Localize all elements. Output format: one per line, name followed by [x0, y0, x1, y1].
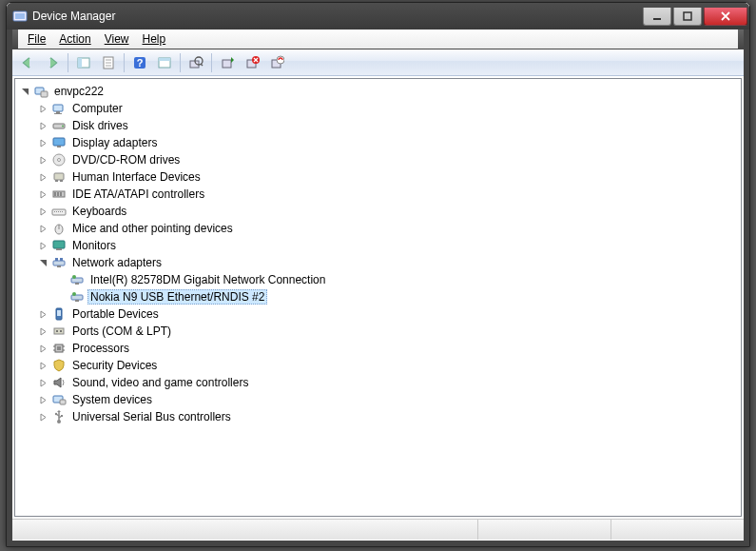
svg-rect-64 — [54, 328, 64, 334]
toolbar-separator — [68, 53, 68, 72]
tree-node[interactable]: Ports (COM & LPT) — [37, 323, 741, 340]
titlebar[interactable]: Device Manager — [7, 3, 749, 30]
expand-icon[interactable] — [37, 308, 49, 321]
svg-rect-68 — [57, 346, 61, 350]
tree-leaf[interactable]: Nokia N9 USB Ethernet/RNDIS #2 — [55, 288, 741, 305]
svg-rect-78 — [61, 415, 63, 417]
tree-node[interactable]: Sound, video and game controllers — [37, 374, 741, 391]
expand-icon[interactable] — [37, 154, 49, 167]
mouse-icon — [50, 221, 68, 236]
network-adapter-icon — [68, 272, 86, 287]
update-driver-button[interactable] — [216, 51, 239, 74]
expand-icon[interactable] — [37, 240, 49, 252]
expand-icon[interactable] — [37, 188, 49, 201]
tree-node-label: System devices — [69, 392, 155, 407]
expand-icon[interactable] — [37, 377, 49, 389]
svg-point-60 — [72, 292, 76, 296]
collapse-icon[interactable] — [37, 257, 49, 269]
svg-rect-27 — [56, 111, 60, 113]
tree-node[interactable]: Security Devices — [37, 357, 741, 374]
properties-button[interactable] — [97, 51, 120, 74]
forward-button[interactable] — [41, 51, 64, 74]
menu-file[interactable]: File — [21, 30, 52, 48]
tree-node-label: Sound, video and game controllers — [69, 375, 251, 390]
close-button[interactable] — [704, 8, 747, 26]
svg-rect-74 — [60, 400, 66, 404]
tree-node-label: DVD/CD-ROM drives — [69, 152, 183, 167]
back-button[interactable] — [16, 51, 39, 74]
svg-point-66 — [60, 330, 62, 332]
tree-node[interactable]: IDE ATA/ATAPI controllers — [37, 186, 741, 203]
show-hide-tree-button[interactable] — [72, 51, 95, 74]
disk-icon — [50, 118, 68, 133]
svg-rect-54 — [60, 258, 63, 261]
svg-rect-43 — [54, 211, 55, 212]
hid-icon — [50, 169, 68, 185]
expand-icon[interactable] — [37, 411, 49, 423]
tree-node-label: Mice and other pointing devices — [69, 221, 236, 236]
menu-action[interactable]: Action — [52, 30, 97, 48]
display-icon — [50, 135, 68, 150]
uninstall-button[interactable] — [241, 51, 263, 74]
maximize-button[interactable] — [673, 8, 702, 26]
dvd-icon — [50, 152, 68, 167]
collapse-icon[interactable] — [19, 86, 31, 98]
tree-node[interactable]: Human Interface Devices — [37, 168, 741, 186]
expand-icon[interactable] — [37, 394, 49, 406]
svg-rect-28 — [54, 113, 62, 114]
svg-rect-40 — [57, 192, 59, 196]
svg-line-16 — [201, 64, 203, 66]
svg-rect-46 — [60, 211, 61, 212]
tree-leaf[interactable]: Intel(R) 82578DM Gigabit Network Connect… — [55, 271, 741, 288]
scan-hardware-button[interactable] — [184, 51, 207, 74]
no-expand-icon — [55, 274, 68, 286]
ports-icon — [50, 324, 68, 339]
tree-node[interactable]: Keyboards — [37, 203, 741, 220]
svg-rect-1 — [15, 13, 25, 19]
svg-rect-32 — [57, 146, 61, 148]
tree-node[interactable]: Processors — [37, 340, 741, 357]
expand-icon[interactable] — [37, 223, 49, 235]
device-tree-panel[interactable]: envpc222ComputerDisk drivesDisplay adapt… — [14, 78, 742, 517]
help-button[interactable]: ? — [128, 51, 151, 74]
tree-node[interactable]: Monitors — [37, 237, 741, 254]
tree-node[interactable]: Universal Serial Bus controllers — [37, 408, 741, 425]
tree-node[interactable]: Network adapters — [37, 254, 741, 271]
tree-node-label: IDE ATA/ATAPI controllers — [69, 187, 207, 202]
tree-node[interactable]: DVD/CD-ROM drives — [37, 151, 741, 168]
no-expand-icon — [55, 291, 68, 304]
tree-root[interactable]: envpc222 — [19, 83, 741, 100]
menu-help[interactable]: Help — [136, 30, 173, 48]
svg-rect-3 — [684, 12, 691, 20]
svg-rect-59 — [71, 295, 83, 300]
tree-node[interactable]: Computer — [37, 100, 741, 117]
expand-icon[interactable] — [37, 206, 49, 218]
tree-node[interactable]: Disk drives — [37, 117, 741, 134]
app-icon — [12, 9, 28, 24]
expand-icon[interactable] — [37, 103, 49, 115]
expand-icon[interactable] — [37, 325, 49, 338]
statusbar — [12, 519, 744, 540]
expand-icon[interactable] — [37, 343, 49, 355]
minimize-button[interactable] — [643, 8, 671, 26]
svg-point-65 — [56, 330, 58, 332]
tree-node[interactable]: Display adapters — [37, 134, 741, 151]
svg-rect-2 — [653, 18, 661, 20]
disable-button[interactable] — [265, 51, 288, 74]
expand-icon[interactable] — [37, 360, 49, 372]
svg-rect-37 — [60, 180, 63, 182]
tree-node[interactable]: Mice and other pointing devices — [37, 220, 741, 237]
computer-icon — [32, 84, 49, 99]
window-controls — [643, 8, 747, 26]
statusbar-cell — [477, 520, 611, 540]
tree-node[interactable]: System devices — [37, 391, 741, 408]
action-button[interactable] — [153, 51, 176, 74]
window-title: Device Manager — [32, 10, 643, 23]
expand-icon[interactable] — [37, 171, 49, 184]
expand-icon[interactable] — [37, 137, 49, 149]
expand-icon[interactable] — [37, 120, 49, 132]
ide-icon — [50, 187, 68, 202]
tree-node[interactable]: Portable Devices — [37, 305, 741, 323]
menu-view[interactable]: View — [98, 30, 136, 48]
computer-icon — [50, 101, 68, 116]
